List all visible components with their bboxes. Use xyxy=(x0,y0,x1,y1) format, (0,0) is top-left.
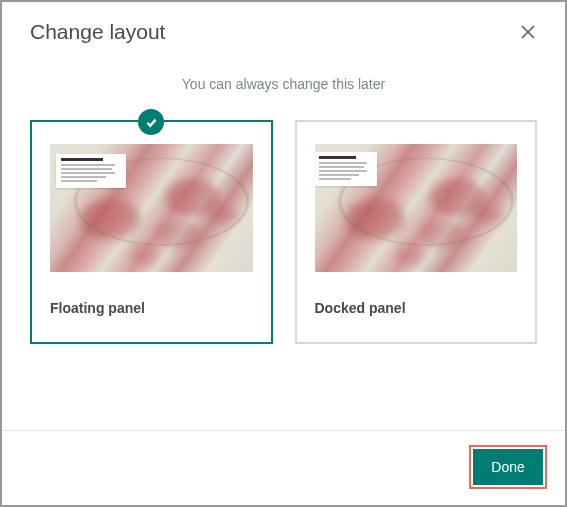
layout-options: Floating panel Docked panel xyxy=(2,120,565,344)
dialog-title: Change layout xyxy=(30,20,165,44)
done-button-highlight: Done xyxy=(469,445,547,489)
selected-check xyxy=(138,109,164,135)
preview-floating xyxy=(50,144,253,272)
option-floating-panel[interactable]: Floating panel xyxy=(30,120,273,344)
option-label: Floating panel xyxy=(50,300,253,316)
preview-docked xyxy=(315,144,518,272)
close-button[interactable] xyxy=(519,23,537,41)
check-icon xyxy=(145,116,158,129)
option-docked-panel[interactable]: Docked panel xyxy=(295,120,538,344)
option-label: Docked panel xyxy=(315,300,518,316)
close-icon xyxy=(520,24,536,40)
change-layout-dialog: Change layout You can always change this… xyxy=(2,2,565,505)
preview-panel-overlay xyxy=(56,154,126,188)
dialog-header: Change layout xyxy=(2,2,565,54)
done-button[interactable]: Done xyxy=(473,449,543,485)
dialog-footer: Done xyxy=(2,431,565,505)
preview-panel-overlay xyxy=(315,152,377,186)
dialog-subtitle: You can always change this later xyxy=(2,76,565,92)
